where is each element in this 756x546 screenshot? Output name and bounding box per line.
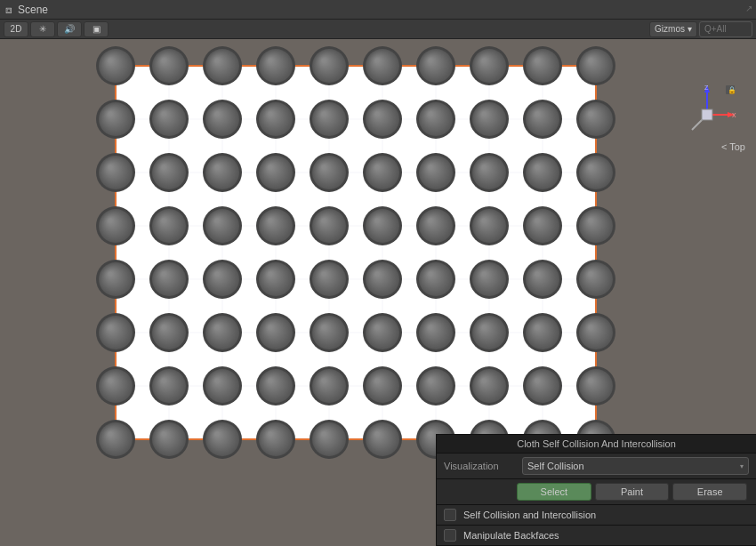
erase-button[interactable]: Erase: [672, 483, 747, 501]
paint-button[interactable]: Paint: [595, 483, 670, 501]
dropdown-arrow-icon: ▾: [740, 462, 744, 470]
svg-rect-5: [702, 109, 712, 120]
panel-visualization-row: Visualization Self Collision ▾: [437, 454, 756, 479]
panel-title: Cloth Self Collision And Intercollision: [437, 435, 756, 454]
manipulate-backfaces-checkbox[interactable]: [444, 529, 456, 542]
sun-icon: ✳: [39, 24, 46, 34]
self-collision-label: Self Collision and Intercollision: [463, 510, 596, 520]
axis-gizmo: z x 🔒: [676, 84, 738, 146]
audio-icon: 🔊: [64, 24, 75, 34]
toolbar-2d-btn[interactable]: 2D: [4, 21, 28, 37]
toolbar-effects-btn[interactable]: ▣: [84, 21, 109, 37]
visualization-value: Self Collision: [527, 461, 584, 471]
title-bar: ⧈ Scene ↗: [0, 0, 756, 20]
z-axis-label: z: [704, 84, 709, 92]
window-title: Scene: [18, 4, 48, 16]
visualization-dropdown[interactable]: Self Collision ▾: [522, 457, 749, 475]
toolbar-audio-btn[interactable]: 🔊: [57, 21, 82, 37]
toolbar-lighting-btn[interactable]: ✳: [30, 21, 55, 37]
panel-action-buttons-row: Select Paint Erase: [437, 479, 756, 505]
gizmos-arrow-icon: ▾: [688, 24, 692, 34]
gizmos-label: Gizmos: [655, 24, 685, 34]
svg-text:🔒: 🔒: [728, 85, 736, 94]
self-collision-checkbox[interactable]: [444, 509, 456, 521]
panel-manipulate-backfaces-row: Manipulate Backfaces: [437, 526, 756, 546]
scene-area: < Top z x 🔒 Cloth Self Collision And Int…: [0, 39, 756, 546]
panel-self-collision-row: Self Collision and Intercollision: [437, 505, 756, 526]
select-button[interactable]: Select: [517, 483, 591, 501]
toolbar: 2D ✳ 🔊 ▣ Gizmos ▾: [0, 20, 756, 39]
resize-handle[interactable]: ↗: [745, 4, 752, 13]
x-axis-label: x: [732, 110, 736, 119]
visualization-label: Visualization: [444, 461, 515, 471]
axis-gizmo-svg: z x 🔒: [676, 84, 738, 146]
gizmos-button[interactable]: Gizmos ▾: [649, 21, 697, 37]
effects-icon: ▣: [92, 24, 101, 34]
cloth-panel: Cloth Self Collision And Intercollision …: [436, 434, 756, 546]
scene-icon: ⧈: [5, 4, 12, 16]
search-input[interactable]: [699, 21, 752, 37]
manipulate-backfaces-label: Manipulate Backfaces: [463, 530, 559, 541]
